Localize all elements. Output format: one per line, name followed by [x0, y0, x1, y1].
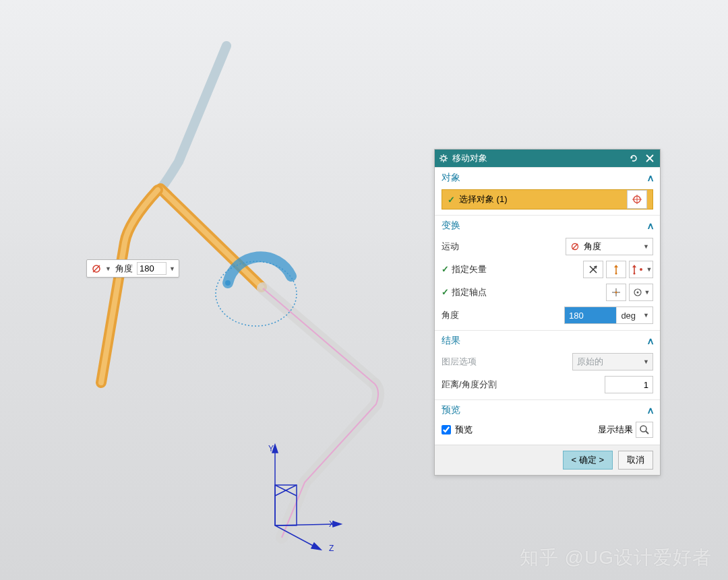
svg-point-45: [636, 292, 638, 294]
move-object-dialog: 移动对象 对象 ʌ ✓ 选择对象 (1) 变换 ʌ 运动: [434, 149, 661, 476]
section-header-transform[interactable]: 变换 ʌ: [435, 215, 660, 234]
chevron-up-icon: ʌ: [648, 335, 653, 346]
angle-mode-icon[interactable]: [90, 263, 102, 275]
watermark: 知乎 @UG设计爱好者: [520, 545, 712, 571]
section-header-preview[interactable]: 预览 ʌ: [435, 399, 660, 419]
axis-point-label: ✓指定轴点: [442, 286, 487, 298]
gear-icon[interactable]: [439, 154, 448, 163]
point-menu-icon[interactable]: ▼: [629, 284, 653, 301]
svg-point-39: [633, 273, 635, 275]
section-header-result[interactable]: 结果 ʌ: [435, 330, 660, 350]
show-result-label: 显示结果: [598, 424, 633, 436]
angle-input[interactable]: 180 deg ▼: [564, 307, 653, 324]
layer-option-dropdown: 原始的 ▼: [572, 353, 653, 370]
layer-option-label: 图层选项: [442, 356, 477, 368]
vector-pick-icon[interactable]: [583, 261, 603, 278]
vector-label: ✓指定矢量: [442, 263, 487, 276]
distance-angle-split-label: 距离/角度分割: [442, 379, 497, 391]
dialog-titlebar[interactable]: 移动对象: [435, 150, 660, 167]
dialog-title: 移动对象: [452, 152, 487, 164]
svg-point-43: [615, 292, 617, 294]
svg-marker-38: [632, 265, 636, 267]
svg-point-1: [225, 280, 231, 286]
chevron-up-icon: ʌ: [648, 405, 653, 416]
ok-button[interactable]: < 确定 >: [563, 451, 613, 470]
magnifier-icon[interactable]: [636, 422, 653, 438]
svg-point-36: [615, 273, 617, 275]
svg-line-20: [446, 156, 446, 156]
motion-label: 运动: [442, 240, 459, 253]
select-object-label: 选择对象 (1): [459, 193, 508, 205]
reset-icon[interactable]: [628, 152, 640, 164]
svg-marker-35: [614, 265, 618, 267]
preview-checkbox[interactable]: [442, 425, 451, 434]
point-pick-icon[interactable]: [606, 284, 626, 301]
select-object-row[interactable]: ✓ 选择对象 (1): [442, 189, 653, 210]
mini-angle-input[interactable]: [137, 262, 166, 275]
preview-checkbox-label: 预览: [455, 424, 473, 436]
svg-point-46: [640, 426, 646, 432]
svg-line-18: [441, 156, 442, 156]
select-target-icon[interactable]: [627, 190, 647, 209]
chevron-up-icon: ʌ: [648, 220, 653, 231]
mini-angle-dropdown-arrow[interactable]: ▼: [169, 265, 175, 272]
mode-dropdown-arrow[interactable]: ▼: [105, 265, 111, 272]
cancel-button[interactable]: 取消: [618, 451, 653, 470]
axis-y-label: Y: [268, 444, 274, 453]
close-icon[interactable]: [644, 152, 656, 164]
motion-dropdown[interactable]: 角度 ▼: [566, 238, 653, 255]
angle-label: 角度: [442, 309, 459, 321]
svg-line-19: [446, 160, 446, 161]
angle-mini-toolbar[interactable]: ▼ 角度 ▼: [86, 259, 179, 278]
vector-dir-icon[interactable]: ▼: [629, 261, 653, 278]
axis-z-label: Z: [329, 544, 334, 553]
check-icon: ✓: [448, 195, 455, 205]
vector-axis-icon[interactable]: [606, 261, 626, 278]
svg-marker-7: [311, 543, 321, 550]
svg-point-13: [442, 156, 446, 160]
chevron-up-icon: ʌ: [648, 172, 653, 183]
axis-x-label: X: [329, 519, 334, 529]
dialog-footer: < 确定 > 取消: [435, 445, 660, 475]
svg-line-47: [646, 431, 648, 434]
angle-unit-dropdown[interactable]: ▼: [640, 312, 653, 319]
angle-icon: [570, 242, 580, 251]
distance-angle-split-input[interactable]: [605, 376, 653, 393]
section-header-object[interactable]: 对象 ʌ: [435, 167, 660, 187]
svg-line-21: [441, 160, 442, 161]
svg-point-40: [640, 268, 642, 271]
mini-angle-label: 角度: [115, 263, 133, 275]
